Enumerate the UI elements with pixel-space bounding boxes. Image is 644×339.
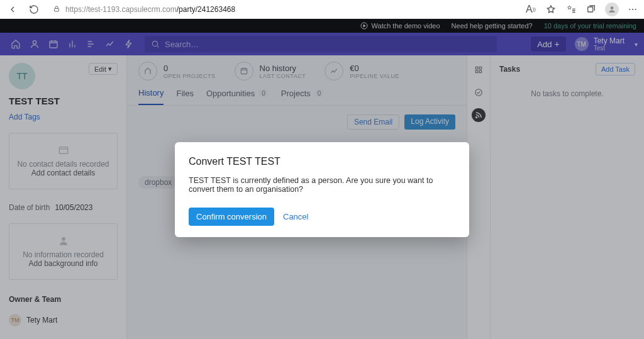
modal-title: Convert TEST TEST — [189, 156, 455, 167]
cancel-button[interactable]: Cancel — [283, 212, 308, 221]
read-aloud-icon[interactable]: A)) — [525, 3, 537, 16]
collections-icon[interactable] — [585, 3, 597, 16]
svg-rect-1 — [588, 7, 593, 12]
svg-point-2 — [611, 6, 614, 9]
browser-url-bar[interactable]: https://test-1193.capsulecrm.com/party/2… — [48, 3, 438, 16]
confirm-conversion-button[interactable]: Confirm conversion — [189, 208, 274, 226]
browser-chrome: https://test-1193.capsulecrm.com/party/2… — [0, 0, 644, 19]
favorites-bar-icon[interactable] — [565, 3, 577, 16]
convert-modal: Convert TEST TEST TEST TEST is currently… — [175, 142, 469, 237]
svg-point-4 — [632, 8, 633, 9]
svg-point-3 — [629, 8, 630, 9]
lock-icon — [53, 5, 60, 14]
svg-rect-0 — [55, 8, 59, 11]
browser-refresh-icon[interactable] — [26, 2, 42, 17]
url-path: /party/241263468 — [177, 5, 235, 14]
favorite-icon[interactable] — [545, 3, 557, 16]
url-host: https://test-1193.capsulecrm.com — [65, 5, 177, 14]
browser-more-icon[interactable] — [626, 3, 639, 16]
modal-body: TEST TEST is currently defined as a pers… — [189, 176, 455, 194]
browser-back-icon[interactable] — [5, 2, 20, 17]
svg-point-5 — [635, 8, 636, 9]
browser-profile-icon[interactable] — [605, 3, 619, 16]
